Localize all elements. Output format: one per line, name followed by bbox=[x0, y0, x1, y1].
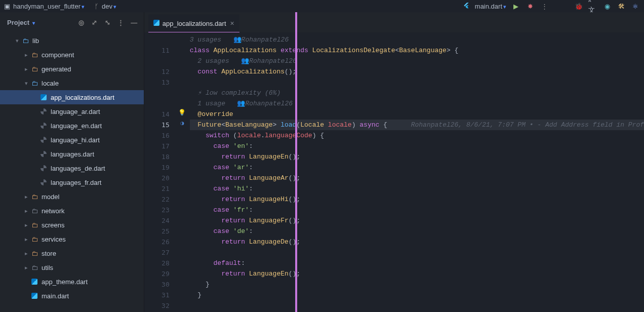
tree-node[interactable]: ▾🗀lib bbox=[0, 33, 144, 48]
dart-icon bbox=[153, 20, 159, 26]
tree-node[interactable]: ▾🗀locale bbox=[0, 76, 144, 90]
collapse-icon[interactable]: ⤡ bbox=[103, 18, 112, 27]
tree-node[interactable]: language_hi.dart bbox=[0, 133, 144, 147]
run-config-selector[interactable]: main.dart▾ bbox=[475, 3, 506, 10]
line-gutter: 1112131415161718192021222324252627282930… bbox=[144, 32, 175, 312]
editor-tabs: app_localizations.dart × bbox=[144, 12, 644, 32]
branch-icon: ᚶ bbox=[95, 3, 99, 10]
debug-icon[interactable]: ✸ bbox=[526, 2, 535, 11]
record-icon[interactable]: ◉ bbox=[602, 2, 612, 11]
tree-node[interactable]: language_ar.dart bbox=[0, 104, 144, 119]
tree-node[interactable]: languages_de.dart bbox=[0, 161, 144, 175]
folder-icon: ▣ bbox=[4, 3, 10, 10]
project-panel-title[interactable]: Project ▾ bbox=[7, 19, 35, 26]
target-icon[interactable]: ◎ bbox=[77, 18, 86, 27]
tree-node[interactable]: ▸🗀generated bbox=[0, 62, 144, 76]
translate-icon[interactable]: ᴬ文 bbox=[588, 2, 597, 11]
branch-selector[interactable]: dev▾ bbox=[102, 3, 116, 10]
flutter-icon bbox=[463, 2, 470, 11]
atom-icon[interactable]: ⚛ bbox=[631, 2, 640, 11]
tree-node[interactable]: app_localizations.dart bbox=[0, 90, 144, 104]
vcs-change-stripe bbox=[295, 12, 297, 312]
gutter-marks: 💡◑ bbox=[175, 32, 190, 312]
tree-node[interactable]: ▸🗀network bbox=[0, 204, 144, 218]
tree-node[interactable]: ▸🗀screens bbox=[0, 218, 144, 232]
run-icon[interactable]: ▶ bbox=[511, 2, 520, 11]
tab-app-localizations[interactable]: app_localizations.dart × bbox=[148, 14, 239, 32]
tools-icon[interactable]: 🛠 bbox=[617, 2, 626, 11]
tree-node[interactable]: ▸🗀utils bbox=[0, 260, 144, 275]
minimize-icon[interactable]: — bbox=[130, 18, 139, 27]
project-selector[interactable]: handyman_user_flutter▾ bbox=[13, 3, 85, 10]
file-tree[interactable]: ▾🗀lib▸🗀component▸🗀generated▾🗀localeapp_l… bbox=[0, 32, 144, 312]
panel-more-icon[interactable]: ⋮ bbox=[116, 18, 126, 27]
expand-icon[interactable]: ⤢ bbox=[90, 18, 99, 27]
tab-label: app_localizations.dart bbox=[163, 20, 226, 27]
more-icon[interactable]: ⋮ bbox=[540, 2, 549, 11]
tree-node[interactable]: language_en.dart bbox=[0, 119, 144, 133]
tree-node[interactable]: ▸🗀model bbox=[0, 189, 144, 204]
tree-node[interactable]: languages_fr.dart bbox=[0, 175, 144, 189]
bug-icon[interactable]: 🐞 bbox=[574, 2, 583, 11]
tree-node[interactable]: main.dart bbox=[0, 289, 144, 303]
project-sidebar: Project ▾ ◎ ⤢ ⤡ ⋮ — ▾🗀lib▸🗀component▸🗀ge… bbox=[0, 12, 144, 312]
top-bar: ▣ handyman_user_flutter▾ ᚶ dev▾ main.dar… bbox=[0, 0, 644, 12]
close-icon[interactable]: × bbox=[230, 19, 234, 27]
tree-node[interactable]: app_theme.dart bbox=[0, 275, 144, 289]
tree-node[interactable]: ▸🗀component bbox=[0, 48, 144, 62]
tree-node[interactable]: languages.dart bbox=[0, 147, 144, 161]
tree-node[interactable]: ▸🗀store bbox=[0, 246, 144, 260]
tree-node[interactable]: ▸🗀services bbox=[0, 232, 144, 246]
code-editor[interactable]: 3 usages 👥Rohanpatel26class AppLocalizat… bbox=[190, 32, 644, 312]
